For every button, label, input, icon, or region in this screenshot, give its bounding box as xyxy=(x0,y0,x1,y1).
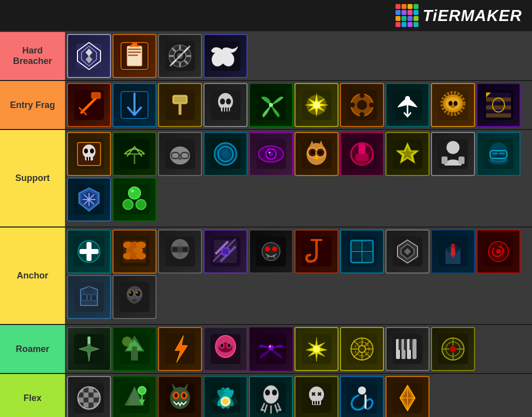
svg-point-50 xyxy=(350,102,355,108)
operator-sledge[interactable] xyxy=(67,83,111,127)
svg-point-193 xyxy=(129,292,131,294)
svg-point-130 xyxy=(128,187,140,199)
operator-gridlock[interactable] xyxy=(294,83,338,127)
operator-pulse[interactable] xyxy=(67,132,111,176)
svg-point-215 xyxy=(313,346,320,352)
operator-buck-flex[interactable] xyxy=(386,376,430,417)
operator-caveira[interactable] xyxy=(204,327,248,371)
svg-rect-230 xyxy=(404,339,407,350)
tier-items-hard-breacher xyxy=(65,32,532,80)
operator-blackbeard[interactable] xyxy=(476,83,520,127)
operator-zero-flex[interactable] xyxy=(340,376,384,417)
operator-bandit[interactable] xyxy=(158,327,202,371)
operator-ash[interactable] xyxy=(158,34,202,78)
operator-thorn-flex[interactable] xyxy=(158,376,202,417)
operator-kaid[interactable] xyxy=(386,230,430,274)
svg-rect-249 xyxy=(88,392,94,398)
operator-gridlock-roamer[interactable] xyxy=(340,327,384,371)
operator-frost[interactable] xyxy=(67,178,111,222)
svg-rect-294 xyxy=(318,401,320,404)
operator-fuze[interactable] xyxy=(431,83,475,127)
svg-rect-137 xyxy=(80,249,98,254)
svg-point-296 xyxy=(358,386,366,394)
svg-rect-64 xyxy=(486,106,511,110)
svg-rect-30 xyxy=(174,96,186,102)
operator-kapkan[interactable] xyxy=(249,230,293,274)
logo-dot xyxy=(402,16,406,21)
svg-rect-187 xyxy=(92,294,96,300)
svg-rect-254 xyxy=(94,398,98,402)
tier-label-flex: Flex xyxy=(0,374,65,417)
operator-thorn[interactable] xyxy=(112,230,156,274)
svg-point-48 xyxy=(360,93,364,98)
operator-rook-vest[interactable] xyxy=(67,275,111,319)
operator-melusi[interactable] xyxy=(386,327,430,371)
operator-nomad[interactable] xyxy=(158,83,202,127)
operator-amaru[interactable] xyxy=(112,376,156,417)
operator-warden[interactable] xyxy=(112,275,156,319)
svg-rect-74 xyxy=(89,157,90,160)
operator-capitao[interactable] xyxy=(112,132,156,176)
logo-grid xyxy=(396,4,418,27)
operator-iq[interactable] xyxy=(112,178,156,222)
svg-rect-37 xyxy=(225,108,226,112)
svg-point-131 xyxy=(123,200,133,210)
operator-doc[interactable] xyxy=(204,132,248,176)
svg-point-212 xyxy=(269,346,271,348)
operator-mira[interactable] xyxy=(340,230,384,274)
svg-point-183 xyxy=(496,249,501,254)
logo-dot xyxy=(396,16,400,21)
operator-pulse-roamer[interactable] xyxy=(431,327,475,371)
svg-point-280 xyxy=(222,398,228,404)
svg-rect-110 xyxy=(357,162,367,164)
svg-rect-185 xyxy=(82,294,86,300)
operator-hibana[interactable] xyxy=(67,34,111,78)
operator-goyo[interactable] xyxy=(294,132,338,176)
svg-point-96 xyxy=(268,152,270,154)
operator-wamai[interactable] xyxy=(249,376,293,417)
operator-lesion[interactable] xyxy=(204,230,248,274)
operator-twitch[interactable] xyxy=(204,34,248,78)
operator-nomad-flex[interactable] xyxy=(67,376,111,417)
operator-ela[interactable] xyxy=(67,327,111,371)
operator-hibana-flex[interactable] xyxy=(204,376,248,417)
operator-rook[interactable] xyxy=(67,230,111,274)
operator-vigil[interactable] xyxy=(476,132,520,176)
operator-maestro[interactable] xyxy=(158,132,202,176)
operator-echo[interactable] xyxy=(431,132,475,176)
logo-dot xyxy=(396,4,400,9)
svg-rect-231 xyxy=(410,339,412,350)
operator-lion[interactable] xyxy=(112,83,156,127)
operator-mozzie[interactable] xyxy=(112,327,156,371)
operator-zero[interactable] xyxy=(386,83,430,127)
operator-oryx[interactable] xyxy=(249,327,293,371)
operator-zofia[interactable] xyxy=(204,83,248,127)
svg-point-56 xyxy=(446,97,460,110)
svg-point-286 xyxy=(309,386,324,402)
svg-rect-65 xyxy=(486,114,511,118)
operator-buck[interactable] xyxy=(249,83,293,127)
svg-rect-252 xyxy=(84,398,88,402)
operator-glaz[interactable] xyxy=(386,132,430,176)
svg-rect-228 xyxy=(412,339,416,359)
svg-point-49 xyxy=(360,112,364,117)
svg-rect-8 xyxy=(128,54,138,56)
app-container: TiERMAKER HardBreacher xyxy=(0,0,532,417)
operator-jager-roamer[interactable] xyxy=(294,327,338,371)
svg-rect-73 xyxy=(86,157,88,160)
operator-castle[interactable] xyxy=(431,230,475,274)
svg-point-200 xyxy=(122,336,132,346)
operator-flores[interactable] xyxy=(340,83,384,127)
svg-rect-122 xyxy=(492,152,498,154)
operator-jager[interactable] xyxy=(294,230,338,274)
operator-jackal[interactable] xyxy=(249,132,293,176)
svg-point-209 xyxy=(228,344,230,348)
svg-rect-158 xyxy=(222,248,229,255)
operator-smoke[interactable] xyxy=(476,230,520,274)
operator-clash[interactable] xyxy=(158,230,202,274)
svg-rect-174 xyxy=(364,253,372,261)
logo-dot xyxy=(414,22,418,27)
operator-twitch-flex[interactable] xyxy=(294,376,338,417)
operator-thermite[interactable] xyxy=(112,34,156,78)
operator-finka[interactable] xyxy=(340,132,384,176)
